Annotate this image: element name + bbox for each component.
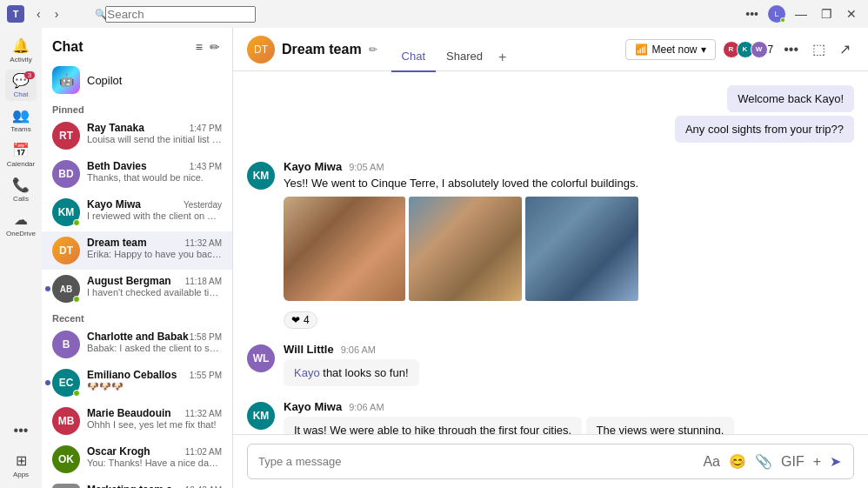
chat-info-emiliano: Emiliano Ceballos 1:55 PM 🐶🐶🐶 — [87, 369, 222, 392]
msg-text-will: that looks so fun! — [323, 366, 408, 379]
avatar-august: AB — [52, 275, 80, 303]
chat-time-ray: 1:47 PM — [190, 124, 222, 133]
chat-info-marketing: Marketing team sync 10:43 AM Kayo: So gl… — [87, 484, 222, 488]
avatar-ray: RT — [52, 122, 80, 150]
compose-button[interactable]: ✏ — [208, 38, 222, 56]
chat-list-actions: ≡ ✏ — [194, 38, 222, 56]
chat-item-ray[interactable]: RT Ray Tanaka 1:47 PM Louisa will send t… — [42, 117, 232, 155]
restore-button[interactable]: ❐ — [817, 5, 837, 23]
message-content-kayo1: Kayo Miwa 9:05 AM Yes!! We went to Cinqu… — [284, 160, 854, 329]
left-nav: 🔔 Activity 💬 3 Chat 👥 Teams 📅 Calendar 📞… — [0, 28, 42, 488]
expand-button[interactable]: ⬚ — [809, 37, 829, 61]
input-actions: Aa 😊 📎 GIF + ➤ — [701, 451, 843, 471]
chat-item-emiliano[interactable]: EC Emiliano Ceballos 1:55 PM 🐶🐶🐶 — [42, 364, 232, 402]
participant-avatar-3: W — [751, 41, 768, 58]
chat-item-dream[interactable]: DT Dream team 11:32 AM Erika: Happy to h… — [42, 231, 232, 270]
sidebar-item-more[interactable]: ••• — [5, 415, 37, 446]
chat-list: Chat ≡ ✏ 🤖 Copilot Pinned RT Ray Tanaka … — [42, 28, 233, 488]
sidebar-item-apps[interactable]: ⊞ Apps — [5, 450, 37, 481]
reaction-heart[interactable]: ❤ 4 — [284, 311, 317, 329]
attach-button[interactable]: 📎 — [753, 451, 774, 471]
avatar-kayo: KM — [52, 198, 80, 226]
avatar-kayo-msg2: KM — [247, 402, 275, 430]
sidebar-item-activity[interactable]: 🔔 Activity — [5, 35, 37, 66]
mention-kayo: Kayo — [294, 366, 320, 379]
participant-avatars: R K W — [723, 41, 765, 58]
format-button[interactable]: Aa — [701, 452, 722, 471]
emoji-button[interactable]: 😊 — [727, 451, 748, 471]
close-button[interactable]: ✕ — [842, 5, 861, 23]
sidebar-item-onedrive[interactable]: ☁ OneDrive — [5, 209, 37, 240]
chat-tabs: Chat Shared + — [391, 35, 512, 64]
chat-list-scroll: Pinned RT Ray Tanaka 1:47 PM Louisa will… — [42, 99, 232, 488]
activity-label: Activity — [10, 56, 31, 64]
time-kayo1: 9:05 AM — [349, 162, 384, 172]
meet-now-button[interactable]: 📶 Meet now ▾ — [625, 39, 715, 60]
avatar-dream: DT — [52, 237, 80, 264]
activity-icon: 🔔 — [12, 37, 30, 54]
chat-preview-oscar: You: Thanks! Have a nice day, I... — [87, 458, 222, 468]
sidebar-item-calendar[interactable]: 📅 Calendar — [5, 139, 37, 170]
copilot-item[interactable]: 🤖 Copilot — [42, 61, 232, 99]
recent-section-label: Recent — [42, 308, 232, 325]
image-1[interactable] — [284, 197, 405, 301]
chat-item-kayo[interactable]: KM Kayo Miwa Yesterday I reviewed with t… — [42, 193, 232, 231]
message-input[interactable] — [258, 455, 694, 468]
titlebar: T ‹ › 🔍 ••• L — ❐ ✕ — [0, 0, 868, 28]
gif-button[interactable]: GIF — [779, 452, 806, 471]
tab-shared[interactable]: Shared — [436, 43, 493, 72]
teams-label: Teams — [10, 125, 31, 133]
back-button[interactable]: ‹ — [31, 5, 46, 23]
chat-item-marie[interactable]: MB Marie Beaudouin 11:32 AM Ohhh I see, … — [42, 402, 232, 440]
chat-info-dream: Dream team 11:32 AM Erika: Happy to have… — [87, 237, 222, 259]
image-2[interactable] — [409, 197, 522, 301]
apps-label: Apps — [13, 471, 29, 478]
user-avatar[interactable]: L — [768, 5, 785, 23]
teams-icon: 👥 — [12, 107, 30, 124]
chat-main: DT Dream team ✏ Chat Shared + 📶 Meet now… — [233, 28, 868, 488]
minimize-button[interactable]: — — [791, 5, 811, 23]
more-options-button[interactable]: ••• — [741, 5, 763, 23]
app-body: 🔔 Activity 💬 3 Chat 👥 Teams 📅 Calendar 📞… — [0, 28, 868, 488]
chat-name-august: August Bergman — [87, 275, 171, 287]
chat-header-avatar: DT — [247, 36, 275, 64]
chat-item-marketing[interactable]: MT Marketing team sync 10:43 AM Kayo: So… — [42, 478, 232, 488]
titlebar-left: T ‹ › 🔍 — [7, 5, 290, 23]
message-header-will: Will Little 9:06 AM — [284, 343, 854, 356]
more-input-button[interactable]: + — [811, 452, 823, 471]
more-icon: ••• — [14, 423, 29, 438]
chat-preview-dream: Erika: Happy to have you back,... — [87, 249, 222, 259]
message-content-will: Will Little 9:06 AM Kayo that looks so f… — [284, 343, 854, 386]
chat-info-marie: Marie Beaudouin 11:32 AM Ohhh I see, yes… — [87, 407, 222, 430]
chat-item-charlotte[interactable]: B Charlotte and Babak 1:58 PM Babak: I a… — [42, 325, 232, 364]
chat-info-oscar: Oscar Krogh 11:02 AM You: Thanks! Have a… — [87, 445, 222, 468]
message-header-kayo1: Kayo Miwa 9:05 AM — [284, 160, 854, 173]
more-button[interactable]: ••• — [780, 38, 802, 61]
send-button[interactable]: ➤ — [828, 451, 843, 471]
participants-button[interactable]: R K W 7 — [723, 41, 774, 58]
unread-dot-emiliano — [45, 380, 50, 385]
sidebar-item-chat[interactable]: 💬 3 Chat — [5, 70, 37, 101]
meet-label: Meet now — [651, 43, 697, 56]
edit-title-icon[interactable]: ✏ — [369, 43, 377, 56]
sidebar-item-calls[interactable]: 📞 Calls — [5, 174, 37, 205]
tab-chat[interactable]: Chat — [391, 43, 436, 72]
sidebar-item-teams[interactable]: 👥 Teams — [5, 104, 37, 136]
online-dot-kayo — [73, 219, 80, 226]
chat-list-title: Chat — [52, 39, 83, 55]
popout-button[interactable]: ↗ — [836, 37, 854, 61]
status-dot — [780, 17, 785, 23]
search-wrap: 🔍 — [88, 6, 273, 23]
chat-preview-beth: Thanks, that would be nice. — [87, 172, 222, 183]
chat-item-august[interactable]: AB August Bergman 11:18 AM I haven't che… — [42, 270, 232, 308]
chat-preview-marie: Ohhh I see, yes let me fix that! — [87, 419, 222, 430]
chat-badge: 3 — [24, 71, 35, 79]
filter-button[interactable]: ≡ — [194, 38, 204, 56]
add-tab-button[interactable]: + — [493, 43, 511, 72]
chat-item-beth[interactable]: BD Beth Davies 1:43 PM Thanks, that woul… — [42, 155, 232, 193]
forward-button[interactable]: › — [50, 5, 64, 23]
images-row — [284, 197, 854, 301]
image-3[interactable] — [525, 197, 638, 301]
search-input[interactable] — [105, 6, 256, 23]
chat-item-oscar[interactable]: OK Oscar Krogh 11:02 AM You: Thanks! Hav… — [42, 440, 232, 478]
